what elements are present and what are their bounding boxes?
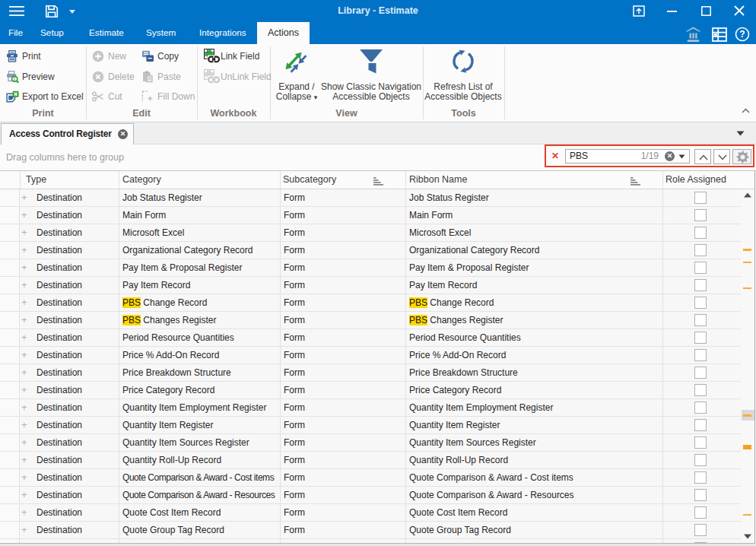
svg-text:?: ? — [739, 29, 745, 40]
